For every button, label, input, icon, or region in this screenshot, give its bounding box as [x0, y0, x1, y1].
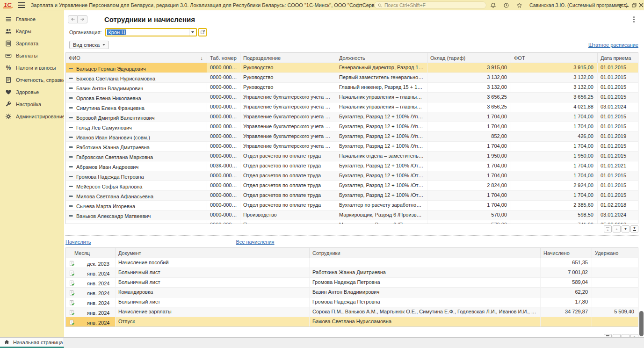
table-cell[interactable]	[592, 258, 638, 268]
table-cell[interactable]: Бухгалтер, Разряд 12 + 100% /Отдел р...	[336, 161, 427, 171]
table-row[interactable]: Сычева Марта Игоревна0000-00034Отдел рас…	[66, 201, 638, 210]
table-cell[interactable]: Начисление зарплаты	[116, 307, 310, 317]
table-cell[interactable]: 1 704,00	[427, 171, 511, 181]
table-row[interactable]: янв. 2024Больничный листГромова Надежда …	[66, 297, 638, 307]
table-cell[interactable]: Ваньков Александр Матвеевич	[66, 210, 207, 220]
table-cell[interactable]: 4 021,88	[511, 102, 598, 112]
table-cell[interactable]: 0000-00008	[207, 171, 240, 181]
table-cell[interactable]: Маркировщик, Разряд 6 /Производство/	[336, 220, 427, 224]
table-cell[interactable]: Габровская Светлана Марковна	[66, 152, 207, 161]
table-row[interactable]: Работкина Жанна Дмитриевна0000-00014Упра…	[66, 142, 638, 152]
table-row[interactable]: Иванов Иван Иванович0000-00036Производст…	[66, 220, 638, 224]
table-cell[interactable]: 01.01.2015	[598, 142, 638, 152]
scroll-first-button[interactable]: ▲	[604, 225, 612, 232]
table-cell[interactable]: 3 132,00	[511, 73, 598, 83]
table-cell[interactable]	[592, 278, 638, 288]
table-cell[interactable]: 570,00	[427, 210, 511, 220]
table-cell[interactable]: Отдел расчетов по оплате труда	[240, 152, 336, 161]
table-cell[interactable]: Главный инженер, Разряд 15 + 100% /...	[336, 83, 427, 93]
table-cell[interactable]: 0000-00036	[207, 220, 240, 224]
table-cell[interactable]: Громова Надежда Петровна	[310, 278, 541, 288]
table-cell[interactable]: 01.01.2015	[598, 83, 638, 93]
table-cell[interactable]: Бажова Светлана Нурисламовна	[310, 317, 541, 327]
table-cell[interactable]: Производство	[240, 210, 336, 220]
table-cell[interactable]: Иванов Иван Иванович	[66, 220, 207, 224]
table-cell[interactable]: Генеральный директор, Разряд 15 + 15...	[336, 63, 427, 73]
staffing-schedule-link[interactable]: Штатное расписание	[588, 42, 638, 48]
view-list-button[interactable]: Вид списка	[69, 41, 109, 49]
table-cell[interactable]: 1 704,00	[511, 142, 598, 152]
table-row[interactable]: Милова Светлана Афанасьевна0000-00006Отд…	[66, 191, 638, 201]
table-cell[interactable]: 03.01.2024	[598, 102, 638, 112]
scroll-up-button[interactable]: ▲	[613, 225, 621, 232]
table-row[interactable]: Габровская Светлана Марковна0000-00009От…	[66, 152, 638, 161]
notifications-bell-icon[interactable]	[489, 1, 497, 9]
table-cell[interactable]: 01.01.2015	[598, 191, 638, 201]
table-cell[interactable]: Милова Светлана Афанасьевна	[66, 191, 207, 201]
scroll-last-button[interactable]: ▼	[630, 225, 638, 232]
column-header[interactable]: Начислено	[541, 248, 592, 258]
forward-button[interactable]	[78, 15, 87, 23]
table-cell[interactable]	[592, 268, 638, 278]
table-cell[interactable]: 0000-00030	[207, 73, 240, 83]
table-cell[interactable]	[592, 297, 638, 307]
table-cell[interactable]: Бухгалтер, Разряд 12 + 100% /Отдел р...	[336, 181, 427, 191]
table-cell[interactable]: Отдел расчетов по оплате труда	[240, 171, 336, 181]
table-cell[interactable]: Руководство	[240, 83, 336, 93]
history-icon[interactable]	[502, 1, 510, 9]
table-cell[interactable]: 1 704,00	[427, 122, 511, 132]
search-input[interactable]	[384, 2, 483, 8]
table-cell[interactable]	[592, 288, 638, 297]
table-cell[interactable]: 852,00	[427, 132, 511, 142]
table-cell[interactable]: 1 704,00	[511, 191, 598, 201]
table-cell[interactable]: Руководство	[240, 73, 336, 83]
favorites-star-icon[interactable]	[515, 1, 523, 9]
table-cell[interactable]: 0000-00034	[207, 201, 240, 210]
table-row[interactable]: янв. 2024КомандировкаБазин Антон Владими…	[66, 288, 638, 297]
table-cell[interactable]: 3 656,25	[511, 93, 598, 102]
table-cell[interactable]: 0000-00010	[207, 63, 240, 73]
column-header[interactable]: Месяц	[66, 248, 116, 258]
table-cell[interactable]: Бухгалтер, Разряд 12 + 100% /Управле...	[336, 112, 427, 122]
table-cell[interactable]: 01.01.2015	[598, 73, 638, 83]
table-row[interactable]: янв. 2024Начисление зарплатыСорока П.М.,…	[66, 307, 638, 317]
table-cell[interactable]: 17,80	[541, 297, 592, 307]
table-cell[interactable]: 0000-00005	[207, 93, 240, 102]
sidebar-item-glavnoe[interactable]: Главное	[0, 13, 64, 25]
table-cell[interactable]: Отдел расчетов по оплате труда	[240, 201, 336, 210]
table-cell[interactable]: 598,50	[511, 210, 598, 220]
table-cell[interactable]: 1 704,00	[511, 171, 598, 181]
table-cell[interactable]: 1 704,00	[511, 122, 598, 132]
table-cell[interactable]: Бухгалтер, Разряд 12 + 100% /Отдел р...	[336, 171, 427, 181]
table-cell[interactable]: Маркировщик, Разряд 6 /Производство/	[336, 210, 427, 220]
all-accruals-link[interactable]: Все начисления	[236, 239, 275, 245]
table-cell[interactable]: Больничный лист	[116, 297, 310, 307]
minimize-button[interactable]	[623, 0, 630, 10]
table-cell[interactable]: 426,00	[511, 132, 598, 142]
table-cell[interactable]: 2 924,00	[511, 181, 598, 191]
table-cell[interactable]: 34 729,87	[541, 307, 592, 317]
table-cell[interactable]: янв. 2024	[66, 268, 116, 278]
sidebar-item-kadry[interactable]: Кадры	[0, 25, 64, 37]
table-cell[interactable]: 01.01.2021	[598, 161, 638, 171]
column-header[interactable]: Должность	[336, 53, 427, 63]
column-header[interactable]: ФОТ	[511, 53, 598, 63]
table-cell[interactable]: 741,00	[511, 220, 598, 224]
table-cell[interactable]: 003К-00039	[207, 161, 240, 171]
table-cell[interactable]: Базин Антон Владимирович	[66, 83, 207, 93]
scroll-down-button[interactable]: ▼	[622, 225, 630, 232]
sidebar-item-nastroyka[interactable]: Настройка	[0, 98, 64, 110]
table-cell[interactable]: Управление бухгалтерского учета и отч...	[240, 122, 336, 132]
table-cell[interactable]: янв. 2024	[66, 307, 116, 317]
home-page-tab[interactable]: Начальная страница	[0, 338, 64, 348]
sidebar-item-nalogi[interactable]: %Налоги и взносы	[0, 62, 64, 74]
table-row[interactable]: Громова Надежда Петровна0000-00008Отдел …	[66, 171, 638, 181]
restore-button[interactable]	[630, 0, 638, 10]
table-cell[interactable]: Работкина Жанна Дмитриевна	[66, 142, 207, 152]
table-cell[interactable]: 1 950,00	[427, 152, 511, 161]
table-cell[interactable]: Управление бухгалтерского учета и отч...	[240, 132, 336, 142]
table-cell[interactable]: Руководство	[240, 63, 336, 73]
organization-open-button[interactable]	[198, 28, 207, 36]
table-row[interactable]: Базин Антон Владимирович0000-00013Руково…	[66, 83, 638, 93]
table-cell[interactable]: 1 704,00	[427, 201, 511, 210]
